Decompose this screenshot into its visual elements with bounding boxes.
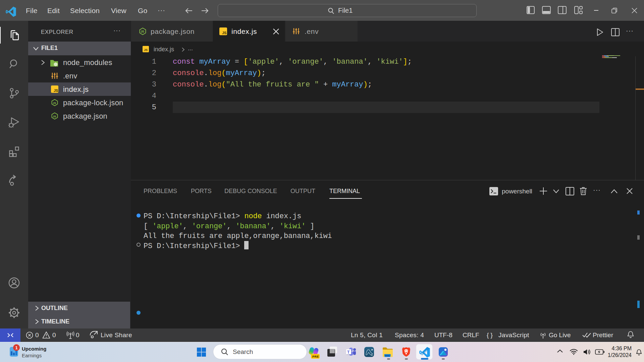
svg-text:JS: JS <box>141 30 144 33</box>
svg-text:JS: JS <box>53 115 56 118</box>
